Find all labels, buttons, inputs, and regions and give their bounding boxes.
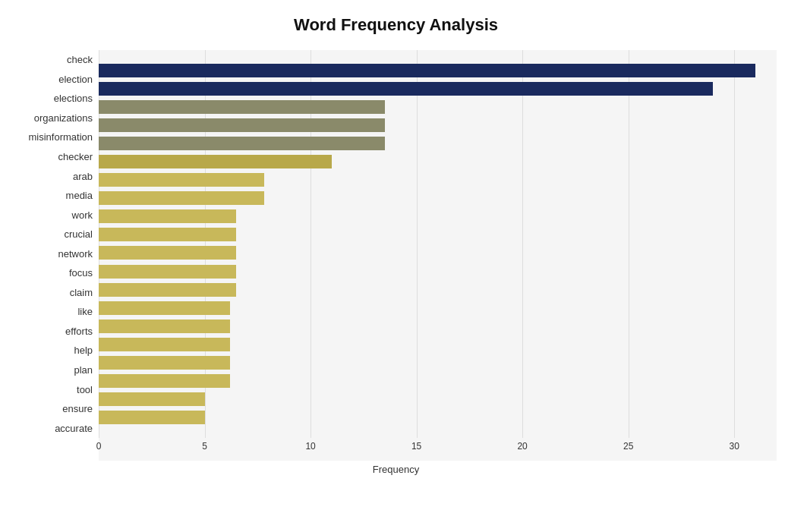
y-axis: checkelectionelectionsorganizationsmisin… xyxy=(15,50,99,461)
bar-row xyxy=(99,282,777,298)
bar-row xyxy=(99,99,777,115)
y-axis-label: efforts xyxy=(65,326,93,336)
bar-row xyxy=(99,391,777,408)
bar xyxy=(99,338,230,351)
x-tick: 25 xyxy=(623,441,633,452)
bar xyxy=(99,320,230,333)
x-tick: 20 xyxy=(517,441,527,452)
bar xyxy=(99,82,713,96)
bar-row xyxy=(99,409,777,426)
bar-row xyxy=(99,62,777,79)
bar xyxy=(99,155,332,168)
x-axis: 051015202530 xyxy=(99,438,777,461)
bar xyxy=(99,411,205,424)
bar-row xyxy=(99,190,777,206)
bar xyxy=(99,64,755,77)
y-axis-label: help xyxy=(74,345,93,355)
chart-title: Word Frequency Analysis xyxy=(15,15,777,35)
bar xyxy=(99,246,236,260)
bar-row xyxy=(99,226,777,243)
bar-row xyxy=(99,336,777,353)
bar-row xyxy=(99,172,777,188)
y-axis-label: focus xyxy=(69,268,93,278)
x-axis-label: Frequency xyxy=(15,464,777,475)
x-tick: 10 xyxy=(305,441,315,452)
bar-row xyxy=(99,244,777,261)
y-axis-label: accurate xyxy=(55,423,93,433)
chart-container: Word Frequency Analysis checkelectionele… xyxy=(0,0,807,532)
bar xyxy=(99,173,264,187)
bar-row xyxy=(99,318,777,335)
bar-row xyxy=(99,80,777,97)
y-axis-label: like xyxy=(77,307,93,316)
bar xyxy=(99,228,236,241)
bar-row xyxy=(99,153,777,170)
y-axis-label: misinformation xyxy=(28,132,93,142)
bar xyxy=(99,191,264,205)
bar-row xyxy=(99,354,777,371)
bar-row xyxy=(99,208,777,225)
y-axis-label: media xyxy=(66,190,93,200)
y-axis-label: plan xyxy=(74,365,93,375)
y-axis-label: ensure xyxy=(62,404,93,414)
bars-area: 051015202530 xyxy=(99,50,777,461)
bar xyxy=(99,356,230,370)
y-axis-label: arab xyxy=(73,172,93,181)
x-tick: 15 xyxy=(411,441,421,452)
bar xyxy=(99,392,205,406)
y-axis-label: check xyxy=(67,55,93,65)
bar xyxy=(99,118,385,132)
bar-row xyxy=(99,135,777,152)
y-axis-label: election xyxy=(58,74,93,84)
bar-row xyxy=(99,117,777,134)
bar xyxy=(99,100,385,114)
bar xyxy=(99,137,385,150)
y-axis-label: elections xyxy=(54,93,93,103)
x-tick: 5 xyxy=(202,441,207,452)
y-axis-label: organizations xyxy=(34,113,93,123)
y-axis-label: network xyxy=(58,249,93,259)
x-tick: 30 xyxy=(730,441,739,452)
bar xyxy=(99,301,230,315)
bar-row xyxy=(99,263,777,280)
bar xyxy=(99,265,236,279)
chart-area: checkelectionelectionsorganizationsmisin… xyxy=(15,50,777,461)
bar xyxy=(99,374,230,388)
y-axis-label: tool xyxy=(77,385,93,395)
y-axis-label: work xyxy=(72,210,93,220)
bar-row xyxy=(99,300,777,316)
y-axis-label: claim xyxy=(70,288,93,297)
bar xyxy=(99,209,236,223)
y-axis-label: checker xyxy=(58,152,93,162)
bar-row xyxy=(99,373,777,389)
x-tick: 0 xyxy=(96,441,102,452)
y-axis-label: crucial xyxy=(64,229,93,239)
bar xyxy=(99,283,236,297)
